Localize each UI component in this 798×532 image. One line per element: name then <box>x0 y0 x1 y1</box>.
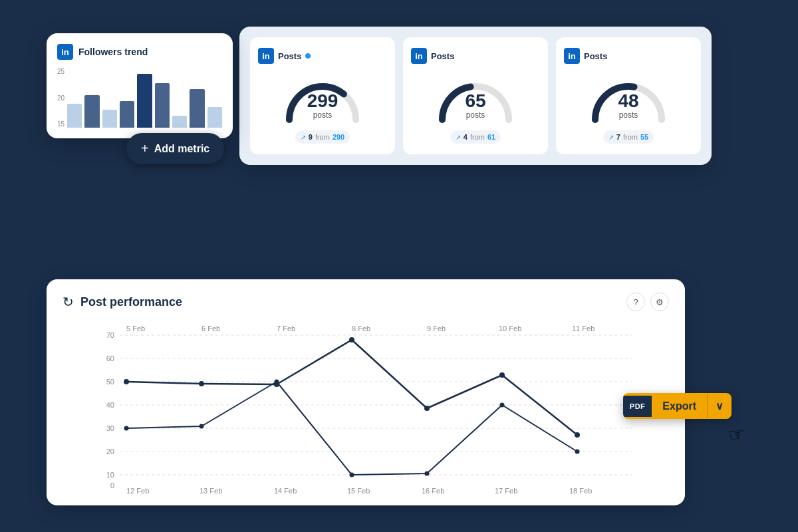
svg-point-30 <box>199 381 204 386</box>
svg-text:40: 40 <box>106 401 114 409</box>
add-metric-label: Add metric <box>154 143 210 155</box>
line-chart: 70 60 50 40 30 20 10 0 5 Feb 6 Feb 7 Feb… <box>63 322 669 495</box>
svg-text:10 Feb: 10 Feb <box>499 325 521 332</box>
gauge-1-label: posts <box>307 110 338 120</box>
svg-text:6 Feb: 6 Feb <box>201 325 220 332</box>
gauge-2-label: posts <box>465 110 485 120</box>
bar-6 <box>155 83 170 128</box>
svg-point-39 <box>350 473 354 477</box>
gauge-2-value: 65 posts <box>465 92 485 120</box>
svg-text:15 Feb: 15 Feb <box>347 487 370 495</box>
svg-point-41 <box>500 403 505 408</box>
chevron-down-icon[interactable]: ∨ <box>708 393 732 419</box>
chart-area: 70 60 50 40 30 20 10 0 5 Feb 6 Feb 7 Feb… <box>63 322 669 495</box>
post-card-2-header: in Posts <box>411 48 454 64</box>
svg-text:10: 10 <box>106 471 114 479</box>
dot-indicator-1 <box>305 53 311 59</box>
performance-icon: ↻ <box>63 294 74 310</box>
settings-button[interactable]: ⚙ <box>650 293 669 311</box>
svg-text:16 Feb: 16 Feb <box>422 487 444 495</box>
svg-text:12 Feb: 12 Feb <box>126 487 149 495</box>
svg-text:5 Feb: 5 Feb <box>126 325 145 332</box>
post-card-1: in Posts 299 posts ↗ 9 from 290 <box>250 37 395 154</box>
post-card-2: in Posts 65 posts ↗ 4 from 61 <box>403 37 548 154</box>
bar-4 <box>120 101 134 128</box>
svg-text:8 Feb: 8 Feb <box>352 325 370 332</box>
performance-title-group: ↻ Post performance <box>63 294 182 310</box>
posts-panel: in Posts 299 posts ↗ 9 from 290 <box>239 27 712 165</box>
gauge-3-number: 48 <box>618 92 638 110</box>
add-icon: + <box>141 141 149 156</box>
svg-text:11 Feb: 11 Feb <box>572 325 595 332</box>
svg-point-29 <box>124 379 129 384</box>
performance-title: Post performance <box>80 295 182 309</box>
svg-text:7 Feb: 7 Feb <box>277 325 295 332</box>
post-stat-2: ↗ 4 from 61 <box>450 130 501 144</box>
svg-point-33 <box>424 406 430 411</box>
svg-text:14 Feb: 14 Feb <box>274 487 297 495</box>
arrow-icon-3: ↗ <box>608 134 614 141</box>
svg-text:9 Feb: 9 Feb <box>427 325 446 332</box>
gauge-1-value: 299 posts <box>307 92 338 120</box>
bar-3 <box>102 110 117 128</box>
performance-header: ↻ Post performance ? ⚙ <box>63 293 669 311</box>
post-stat-from-2: from <box>470 133 485 141</box>
bar-5 <box>137 74 152 128</box>
export-button[interactable]: PDF Export ∨ <box>623 393 732 419</box>
y-label-25: 25 <box>57 68 65 75</box>
post-stat-3: ↗ 7 from 55 <box>603 130 654 144</box>
svg-text:70: 70 <box>106 331 114 339</box>
post-stat-from-num-3: 55 <box>640 133 648 141</box>
post-stat-from-3: from <box>623 133 638 141</box>
bar-2 <box>84 95 99 128</box>
add-metric-button[interactable]: + Add metric <box>126 133 224 164</box>
help-button[interactable]: ? <box>626 293 645 311</box>
post-card-3-title: Posts <box>584 51 607 61</box>
gauge-3: 48 posts <box>585 72 672 125</box>
followers-card-title: Followers trend <box>78 47 148 57</box>
post-stat-num-2: 4 <box>464 133 467 141</box>
gauge-3-label: posts <box>618 110 638 120</box>
svg-text:50: 50 <box>106 378 114 386</box>
export-pdf-label: PDF <box>623 396 652 417</box>
gauge-3-value: 48 posts <box>618 92 638 120</box>
svg-point-38 <box>275 380 279 384</box>
gauge-1: 299 posts <box>279 72 366 125</box>
arrow-icon-1: ↗ <box>301 134 306 141</box>
post-card-2-title: Posts <box>431 51 454 61</box>
gauge-1-number: 299 <box>307 92 338 110</box>
svg-point-36 <box>124 426 129 431</box>
post-card-1-title: Posts <box>278 51 301 61</box>
svg-text:0: 0 <box>110 481 114 489</box>
gauge-2-number: 65 <box>465 92 485 110</box>
y-axis-labels: 25 20 15 <box>57 68 65 128</box>
linkedin-icon-3: in <box>564 48 580 64</box>
post-card-3-header: in Posts <box>564 48 607 64</box>
post-card-1-header: in Posts <box>258 48 311 64</box>
cursor-icon: ☞ <box>726 422 746 447</box>
performance-card: ↻ Post performance ? ⚙ 70 60 50 <box>47 279 685 505</box>
svg-text:13 Feb: 13 Feb <box>200 487 222 495</box>
y-label-20: 20 <box>57 94 65 102</box>
svg-text:60: 60 <box>106 354 114 362</box>
svg-point-37 <box>200 424 204 429</box>
post-card-3: in Posts 48 posts ↗ 7 from 55 <box>556 37 701 154</box>
post-stat-num-3: 7 <box>616 133 620 141</box>
y-label-15: 15 <box>57 120 65 128</box>
post-stat-from-num-1: 290 <box>332 133 344 141</box>
svg-text:17 Feb: 17 Feb <box>495 487 517 495</box>
followers-card-header: in Followers trend <box>57 44 222 60</box>
svg-point-34 <box>499 372 505 378</box>
bar-8 <box>190 89 204 128</box>
svg-text:20: 20 <box>106 448 114 456</box>
svg-point-32 <box>349 337 354 342</box>
linkedin-icon: in <box>57 44 73 60</box>
arrow-icon-2: ↗ <box>456 134 461 141</box>
bar-7 <box>172 116 187 128</box>
performance-actions: ? ⚙ <box>626 293 669 311</box>
bar-9 <box>207 107 222 128</box>
svg-point-35 <box>575 432 580 438</box>
svg-point-40 <box>425 471 430 476</box>
bar-chart <box>67 68 222 128</box>
post-stat-from-1: from <box>315 133 330 141</box>
